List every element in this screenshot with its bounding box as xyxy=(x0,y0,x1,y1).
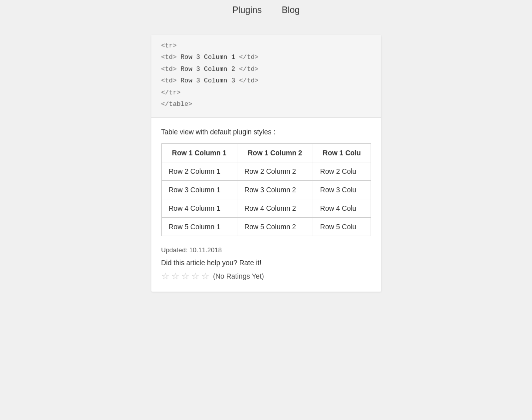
star-3[interactable]: ☆ xyxy=(181,271,189,282)
code-line-td2: <td> Row 3 Column 2 </td> xyxy=(161,63,371,75)
star-rating: ☆ ☆ ☆ ☆ ☆ (No Ratings Yet) xyxy=(161,271,371,282)
cell-r3c1: Row 3 Column 1 xyxy=(161,181,237,199)
cell-r4c2: Row 4 Column 2 xyxy=(237,199,313,218)
cell-r3c2: Row 3 Column 2 xyxy=(237,181,313,199)
code-line-tr-open: <tr> xyxy=(161,40,371,51)
code-line-table-close: </table> xyxy=(161,98,371,110)
cell-r5c2: Row 5 Column 2 xyxy=(237,218,313,236)
table-header-row: Row 1 Column 1 Row 1 Column 2 Row 1 Colu xyxy=(161,144,371,162)
data-table: Row 1 Column 1 Row 1 Column 2 Row 1 Colu… xyxy=(161,143,371,236)
section-label: Table view with default plugin styles : xyxy=(161,128,371,136)
cell-r2c2: Row 2 Column 2 xyxy=(237,162,313,181)
table-row: Row 5 Column 1 Row 5 Column 2 Row 5 Colu xyxy=(161,218,371,236)
table-row: Row 3 Column 1 Row 3 Column 2 Row 3 Colu xyxy=(161,181,371,199)
cell-r5c1: Row 5 Column 1 xyxy=(161,218,237,236)
code-line-td1: <td> Row 3 Column 1 </td> xyxy=(161,51,371,63)
cell-r2c1: Row 2 Column 1 xyxy=(161,162,237,181)
nav-bar: Plugins Blog xyxy=(0,0,532,20)
code-line-td3: <td> Row 3 Column 3 </td> xyxy=(161,75,371,86)
star-5[interactable]: ☆ xyxy=(201,271,209,282)
table-row: Row 2 Column 1 Row 2 Column 2 Row 2 Colu xyxy=(161,162,371,181)
content-card: <tr> <td> Row 3 Column 1 </td> <td> Row … xyxy=(151,35,381,292)
updated-text: Updated: 10.11.2018 xyxy=(161,246,371,254)
cell-r4c1: Row 4 Column 1 xyxy=(161,199,237,218)
cell-r2c3: Row 2 Colu xyxy=(313,162,371,181)
col-header-2: Row 1 Column 2 xyxy=(237,144,313,162)
rate-label: Did this article help you? Rate it! xyxy=(161,259,371,267)
star-1[interactable]: ☆ xyxy=(161,271,169,282)
table-row: Row 4 Column 1 Row 4 Column 2 Row 4 Colu xyxy=(161,199,371,218)
nav-blog[interactable]: Blog xyxy=(282,5,300,15)
cell-r3c3: Row 3 Colu xyxy=(313,181,371,199)
cell-r4c3: Row 4 Colu xyxy=(313,199,371,218)
rating-label: (No Ratings Yet) xyxy=(213,272,264,280)
code-block: <tr> <td> Row 3 Column 1 </td> <td> Row … xyxy=(151,35,381,118)
nav-plugins[interactable]: Plugins xyxy=(232,5,262,15)
cell-r5c3: Row 5 Colu xyxy=(313,218,371,236)
section-body: Table view with default plugin styles : … xyxy=(151,118,381,292)
code-line-tr-close: </tr> xyxy=(161,87,371,98)
page-wrapper: Plugins Blog <tr> <td> Row 3 Column 1 </… xyxy=(10,10,522,420)
star-2[interactable]: ☆ xyxy=(171,271,179,282)
col-header-3: Row 1 Colu xyxy=(313,144,371,162)
star-4[interactable]: ☆ xyxy=(191,271,199,282)
col-header-1: Row 1 Column 1 xyxy=(161,144,237,162)
